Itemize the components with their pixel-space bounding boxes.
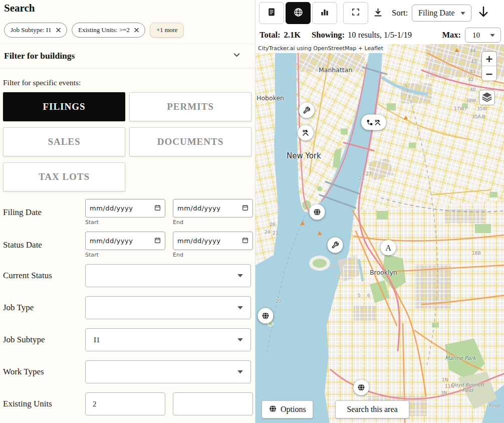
map-canvas[interactable]: [256, 44, 504, 423]
total-label: Total:: [260, 30, 281, 40]
sales-button[interactable]: SALES: [3, 127, 125, 156]
search-panel: Search Job Subtype: I1 × Existing Units:…: [0, 0, 256, 423]
date-placeholder: mm/dd/yyyy: [177, 237, 220, 245]
job-type-row: Job Type: [3, 296, 255, 319]
chevron-down-icon: [237, 304, 243, 312]
map-marker-wrench[interactable]: [328, 238, 343, 253]
layers-control[interactable]: [479, 90, 495, 105]
map-view-button[interactable]: [286, 2, 311, 24]
current-status-label: Current Status: [3, 264, 85, 287]
permits-button[interactable]: PERMITS: [129, 92, 251, 121]
filters-form: Filing Date mm/dd/yyyy Start mm/dd/yyyy: [0, 199, 255, 415]
fullscreen-button[interactable]: [343, 2, 368, 24]
chevron-down-icon: [232, 51, 241, 61]
calendar-icon[interactable]: [242, 237, 248, 245]
map[interactable]: CityTracker.ai using OpenStreetMap + Lea…: [256, 44, 504, 423]
filter-chips: Job Subtype: I1 × Existing Units: >=2 × …: [4, 23, 255, 38]
max-select[interactable]: 10: [465, 28, 501, 43]
search-this-area-button[interactable]: Search this area: [335, 400, 409, 418]
layers-icon: [481, 91, 492, 104]
work-types-row: Work Types: [3, 360, 255, 383]
download-icon: [373, 7, 383, 20]
chart-view-button[interactable]: [312, 2, 337, 24]
results-panel: Sort: Filing Date Total: 2.1K Showing: 1…: [256, 0, 504, 423]
end-caption: End: [173, 252, 253, 258]
zoom-in-button[interactable]: +: [482, 52, 496, 66]
map-marker-globe[interactable]: [310, 204, 325, 220]
chevron-down-icon: [237, 272, 243, 280]
more-chips-button[interactable]: +1 more: [150, 23, 184, 38]
status-date-end-input[interactable]: mm/dd/yyyy: [173, 232, 253, 250]
chevron-down-icon: [237, 368, 243, 376]
map-marker-merge-tools[interactable]: [361, 115, 386, 130]
hammer-wrench-icon: [374, 119, 381, 126]
sort-label: Sort:: [392, 8, 408, 18]
start-caption: Start: [85, 252, 165, 258]
calendar-icon[interactable]: [242, 204, 248, 213]
work-types-label: Work Types: [3, 360, 85, 383]
list-view-button[interactable]: [259, 2, 284, 24]
work-types-select[interactable]: [85, 360, 251, 383]
job-subtype-select[interactable]: I1: [85, 328, 251, 351]
buildings-filter-title: Filter for buildings: [4, 51, 75, 61]
globe-icon: [269, 404, 277, 415]
chevron-down-icon: [460, 9, 466, 18]
date-placeholder: mm/dd/yyyy: [90, 204, 133, 212]
tax-lots-button[interactable]: TAX LOTS: [3, 162, 125, 191]
existing-units-max-input[interactable]: [173, 392, 253, 415]
bar-chart-icon: [320, 7, 330, 19]
globe-icon: [313, 208, 322, 217]
wrench-icon: [332, 242, 339, 249]
chevron-down-icon: [237, 336, 243, 344]
showing-label: Showing:: [312, 30, 345, 40]
filings-button[interactable]: FILINGS: [3, 92, 125, 121]
hammer-wrench-icon: [302, 129, 310, 137]
input-value: 2: [93, 400, 97, 408]
filing-date-label: Filing Date: [3, 199, 85, 226]
current-status-row: Current Status: [3, 264, 255, 287]
download-button[interactable]: [370, 7, 386, 20]
map-marker-a[interactable]: A: [381, 240, 396, 256]
status-date-start-input[interactable]: mm/dd/yyyy: [85, 232, 165, 250]
job-type-label: Job Type: [3, 296, 85, 319]
document-list-icon: [267, 7, 277, 19]
sort-select[interactable]: Filing Date: [412, 5, 471, 22]
map-attribution: CityTracker.ai using OpenStreetMap + Lea…: [256, 44, 387, 53]
total-value: 2.1K: [284, 30, 301, 40]
filing-date-start-input[interactable]: mm/dd/yyyy: [85, 199, 165, 218]
event-type-buttons: FILINGS PERMITS SALES DOCUMENTS TAX LOTS: [3, 92, 255, 191]
globe-icon: [262, 312, 270, 320]
map-options-button[interactable]: Options: [262, 400, 313, 418]
map-marker-globe[interactable]: [354, 380, 369, 395]
scroll-down-button[interactable]: [475, 6, 492, 21]
map-marker-globe[interactable]: [258, 308, 274, 324]
arrow-down-icon: [478, 6, 489, 21]
filter-chip-existing-units[interactable]: Existing Units: >=2 ×: [72, 23, 145, 38]
buildings-filter-header[interactable]: Filter for buildings: [0, 44, 255, 68]
close-icon[interactable]: ×: [55, 26, 62, 34]
calendar-icon[interactable]: [154, 204, 161, 213]
globe-icon: [357, 383, 366, 392]
existing-units-label: Existing Units: [3, 392, 85, 415]
zoom-out-button[interactable]: −: [482, 66, 496, 81]
job-type-select[interactable]: [85, 296, 251, 319]
page-title: Search: [0, 0, 255, 15]
job-subtype-label: Job Subtype: [3, 328, 85, 351]
sort-value: Filing Date: [418, 9, 454, 18]
status-date-row: Status Date mm/dd/yyyy Start mm/dd/yyyy: [3, 232, 255, 258]
existing-units-min-input[interactable]: 2: [85, 392, 165, 415]
showing-value: 10 results, 1/5-1/19: [348, 30, 412, 40]
chip-label: Job Subtype: I1: [11, 26, 52, 34]
results-toolbar: Sort: Filing Date: [256, 0, 504, 26]
calendar-icon[interactable]: [154, 237, 161, 245]
filter-chip-job-subtype[interactable]: Job Subtype: I1 ×: [4, 23, 67, 38]
filing-date-end-input[interactable]: mm/dd/yyyy: [173, 199, 253, 218]
close-icon[interactable]: ×: [133, 26, 140, 34]
current-status-select[interactable]: [85, 264, 251, 287]
app-root: Search Job Subtype: I1 × Existing Units:…: [0, 0, 504, 423]
end-caption: End: [173, 219, 253, 226]
map-marker-wrench[interactable]: [299, 103, 315, 118]
documents-button[interactable]: DOCUMENTS: [129, 127, 251, 156]
max-label: Max:: [442, 30, 461, 40]
map-marker-tools[interactable]: [298, 125, 314, 141]
